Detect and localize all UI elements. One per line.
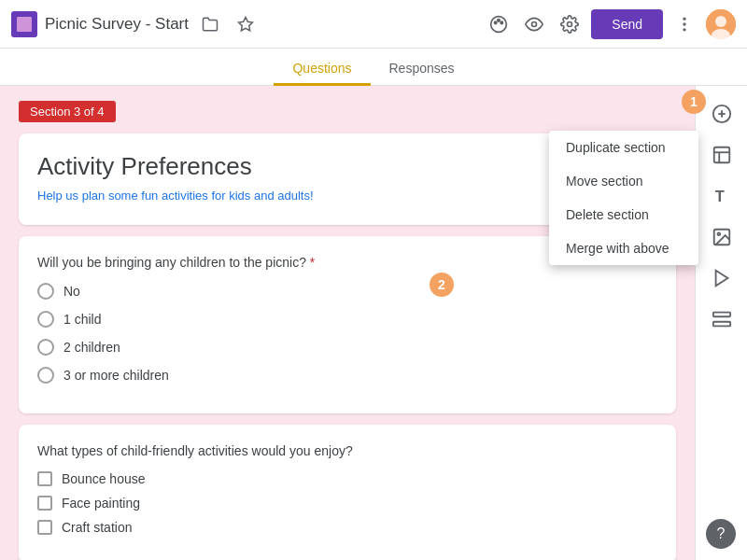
option-3more: 3 or more children <box>37 367 657 384</box>
app-icon <box>11 11 37 37</box>
option-no: No <box>37 283 657 300</box>
radio-1child[interactable] <box>37 311 54 328</box>
doc-title: Picnic Survey - Start <box>45 15 189 34</box>
svg-point-7 <box>683 17 685 20</box>
svg-marker-23 <box>715 271 727 287</box>
svg-rect-25 <box>712 322 729 327</box>
help-button[interactable]: ? <box>706 519 736 549</box>
add-title-button[interactable]: T <box>703 177 740 215</box>
add-section-button[interactable] <box>703 301 740 338</box>
svg-point-9 <box>683 28 685 31</box>
settings-icon[interactable] <box>556 10 584 38</box>
svg-text:T: T <box>714 188 724 204</box>
section-badge: Section 3 of 4 <box>19 101 116 122</box>
topbar-right: Send <box>485 9 736 39</box>
add-image-button[interactable] <box>703 218 740 256</box>
delete-section-item[interactable]: Delete section <box>549 198 698 231</box>
badge-2: 2 <box>430 273 454 297</box>
badge-1: 1 <box>682 90 706 114</box>
star-icon[interactable] <box>232 10 260 38</box>
option-craftstation: Craft station <box>37 520 657 535</box>
eye-icon[interactable] <box>520 10 548 38</box>
svg-point-6 <box>568 21 572 26</box>
import-questions-button[interactable] <box>703 136 740 174</box>
option-1child: 1 child <box>37 311 657 328</box>
add-question-button[interactable] <box>703 95 740 133</box>
app-icon-inner <box>17 17 32 32</box>
required-marker: * <box>310 255 315 270</box>
svg-rect-24 <box>712 313 729 317</box>
tab-questions[interactable]: Questions <box>274 53 370 86</box>
send-button[interactable]: Send <box>591 9 663 39</box>
svg-point-11 <box>715 16 726 27</box>
svg-marker-0 <box>239 17 253 30</box>
checkbox-craftstation[interactable] <box>37 520 52 535</box>
add-video-button[interactable] <box>703 259 740 297</box>
folder-icon[interactable] <box>196 10 224 38</box>
more-vert-icon[interactable] <box>670 10 698 38</box>
tabs: Questions Responses <box>0 49 747 86</box>
merge-above-item[interactable]: Merge with above <box>549 231 698 265</box>
checkbox-facepainting[interactable] <box>37 496 52 511</box>
radio-3more[interactable] <box>37 367 54 384</box>
svg-point-2 <box>495 21 498 23</box>
svg-point-3 <box>498 19 500 21</box>
svg-point-8 <box>683 22 685 25</box>
duplicate-section-item[interactable]: Duplicate section <box>549 131 698 164</box>
option-2children: 2 children <box>37 339 657 356</box>
tab-responses[interactable]: Responses <box>371 53 473 86</box>
move-section-item[interactable]: Move section <box>549 164 698 198</box>
svg-point-4 <box>500 21 503 23</box>
question2-text: What types of child-friendly activities … <box>37 443 657 458</box>
option-facepainting: Face painting <box>37 496 657 511</box>
svg-rect-19 <box>713 147 729 163</box>
context-menu: Duplicate section Move section Delete se… <box>549 131 698 265</box>
topbar: Picnic Survey - Start Send <box>0 0 747 49</box>
radio-no[interactable] <box>37 283 54 300</box>
question2-card: What types of child-friendly activities … <box>19 425 676 560</box>
avatar[interactable] <box>706 9 736 39</box>
right-sidebar: T <box>695 86 747 560</box>
topbar-left: Picnic Survey - Start <box>11 10 485 38</box>
svg-point-22 <box>717 232 720 235</box>
svg-point-5 <box>532 21 537 26</box>
radio-2children[interactable] <box>37 339 54 356</box>
palette-icon[interactable] <box>485 10 513 38</box>
option-bounce: Bounce house <box>37 471 657 486</box>
checkbox-bounce[interactable] <box>37 471 52 486</box>
